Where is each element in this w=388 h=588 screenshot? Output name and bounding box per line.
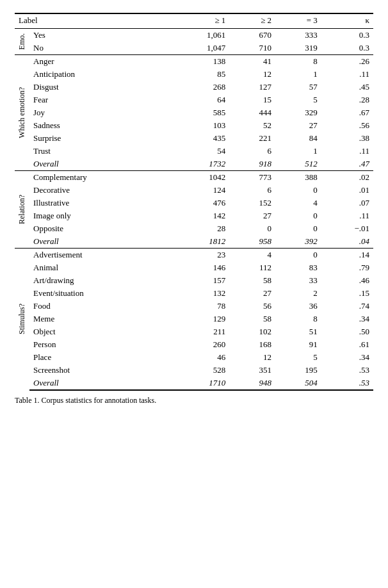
row-eq3: 33 [275,274,321,287]
table-row: Which emotion?Anger138418.26 [15,55,373,69]
row-label: Complementary [29,171,169,184]
row-kappa: .47 [321,158,373,171]
row-ge2: 52 [229,119,275,132]
row-kappa: .61 [321,338,373,351]
row-ge2: 444 [229,106,275,119]
row-ge1: 28 [169,222,229,235]
row-ge2: 168 [229,338,275,351]
row-kappa: 0.3 [321,42,373,55]
row-eq3: 5 [275,351,321,364]
row-ge2: 102 [229,325,275,338]
row-eq3: 0 [275,184,321,197]
row-ge1: 78 [169,300,229,313]
row-ge1: 85 [169,68,229,81]
table-row: Illustrative4761524.07 [15,197,373,209]
row-kappa: .11 [321,145,373,158]
row-eq3: 51 [275,325,321,338]
table-row: Decorative12460.01 [15,184,373,197]
row-label: Surprise [29,132,169,145]
row-ge1: 1732 [169,158,229,171]
row-ge1: 146 [169,261,229,274]
row-ge2: 351 [229,364,275,377]
table-row: Sadness1035227.56 [15,119,373,132]
row-kappa: .07 [321,197,373,209]
row-label: Overall [29,377,169,390]
row-ge2: 670 [229,29,275,42]
row-eq3: 319 [275,42,321,55]
row-kappa: .53 [321,364,373,377]
row-label: Image only [29,209,169,222]
row-ge1: 528 [169,364,229,377]
row-label: Overall [29,235,169,249]
table-row: Person26016891.61 [15,338,373,351]
row-ge2: 221 [229,132,275,145]
table-row: Fear64155.28 [15,94,373,106]
section-label: Stimulus? [15,249,29,391]
row-label: No [29,42,169,55]
row-label: Trust [29,145,169,158]
row-ge2: 948 [229,377,275,390]
row-ge2: 152 [229,197,275,209]
row-ge1: 46 [169,351,229,364]
row-ge2: 6 [229,184,275,197]
row-label: Anger [29,55,169,69]
row-ge1: 1710 [169,377,229,390]
row-eq3: 57 [275,81,321,94]
row-eq3: 83 [275,261,321,274]
row-label: Illustrative [29,197,169,209]
row-ge1: 268 [169,81,229,94]
section-label: Relation? [15,171,29,249]
row-kappa: .56 [321,119,373,132]
row-ge2: 41 [229,55,275,69]
row-ge1: 23 [169,249,229,262]
table-row: No1,0477103190.3 [15,42,373,55]
row-label: Overall [29,158,169,171]
table-row: Event/situation132272.15 [15,287,373,300]
row-ge2: 58 [229,313,275,325]
table-row: Art/drawing1575833.46 [15,274,373,287]
row-kappa: .67 [321,106,373,119]
row-eq3: 0 [275,249,321,262]
table-row: Screenshot528351195.53 [15,364,373,377]
row-kappa: .15 [321,287,373,300]
row-label: Anticipation [29,68,169,81]
row-eq3: 1 [275,145,321,158]
row-kappa: .11 [321,68,373,81]
table-row: Overall1812958392.04 [15,235,373,249]
row-kappa: .79 [321,261,373,274]
row-kappa: .01 [321,184,373,197]
row-ge2: 918 [229,158,275,171]
row-ge2: 773 [229,171,275,184]
table-row: Relation?Complementary1042773388.02 [15,171,373,184]
ge1-header: ≥ 1 [169,13,229,29]
row-kappa: −.01 [321,222,373,235]
row-kappa: .26 [321,55,373,69]
table-row: Disgust26812757.45 [15,81,373,94]
row-eq3: 36 [275,300,321,313]
row-label: Event/situation [29,287,169,300]
header-row: Label ≥ 1 ≥ 2 = 3 κ [15,13,373,29]
table-row: Trust5461.11 [15,145,373,158]
row-kappa: .04 [321,235,373,249]
row-eq3: 388 [275,171,321,184]
row-kappa: .74 [321,300,373,313]
table-row: Food785636.74 [15,300,373,313]
table-row: Object21110251.50 [15,325,373,338]
row-eq3: 195 [275,364,321,377]
table-row: Anticipation85121.11 [15,68,373,81]
row-ge1: 1042 [169,171,229,184]
row-ge1: 211 [169,325,229,338]
row-ge2: 4 [229,249,275,262]
row-eq3: 5 [275,94,321,106]
row-label: Decorative [29,184,169,197]
row-ge2: 710 [229,42,275,55]
table-row: Animal14611283.79 [15,261,373,274]
row-kappa: .50 [321,325,373,338]
eq3-header: = 3 [275,13,321,29]
row-ge2: 58 [229,274,275,287]
row-kappa: .45 [321,81,373,94]
row-kappa: .53 [321,377,373,390]
row-ge1: 476 [169,197,229,209]
row-eq3: 333 [275,29,321,42]
row-label: Fear [29,94,169,106]
